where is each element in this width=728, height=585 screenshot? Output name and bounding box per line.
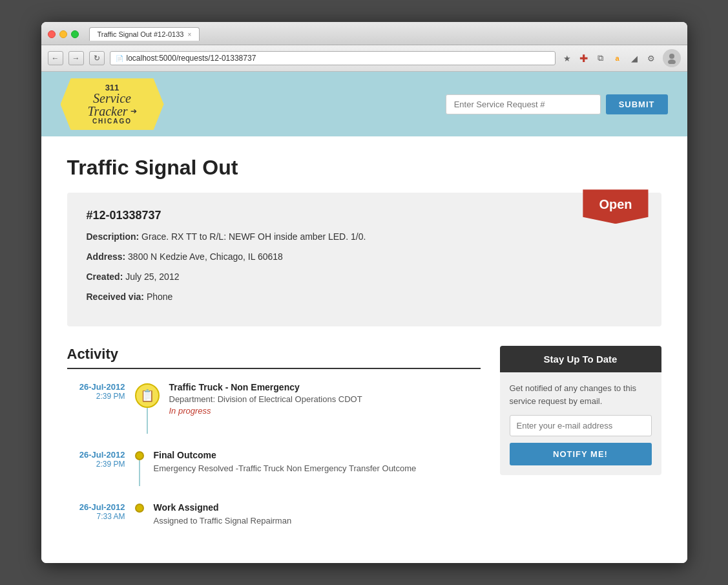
search-submit-button[interactable]: SUBMIT bbox=[606, 94, 668, 114]
timeline-dot bbox=[135, 451, 144, 460]
cursor-button[interactable]: ⧉ bbox=[594, 52, 607, 65]
activity-main: Activity 26-Jul-2012 2:39 PM 📋 bbox=[67, 346, 481, 544]
address-label: Address: bbox=[87, 251, 126, 262]
amazon-button[interactable]: a bbox=[611, 52, 624, 65]
timeline-connector bbox=[135, 450, 144, 486]
timeline-date-time: 2:39 PM bbox=[67, 392, 125, 401]
request-card: Open #12-01338737 Description: Grace. RX… bbox=[67, 193, 661, 326]
created-label: Created: bbox=[87, 271, 123, 282]
pocket-button[interactable]: ◢ bbox=[628, 52, 641, 65]
minimize-window-button[interactable] bbox=[59, 30, 67, 38]
user-avatar[interactable] bbox=[663, 49, 681, 67]
created-value: July 25, 2012 bbox=[125, 271, 179, 282]
request-received: Received via: Phone bbox=[87, 290, 642, 304]
timeline-content: Work Assigned Assigned to Traffic Signal… bbox=[154, 502, 481, 527]
tab-title: Traffic Signal Out #12-0133 bbox=[98, 30, 184, 38]
timeline-connector bbox=[135, 502, 144, 513]
main-content: Traffic Signal Out Open #12-01338737 Des… bbox=[41, 136, 687, 563]
timeline-dot bbox=[135, 504, 144, 513]
address-value: 3800 N Kedzie Ave, Chicago, IL 60618 bbox=[128, 251, 283, 262]
star-button[interactable]: ★ bbox=[561, 52, 574, 65]
back-button[interactable]: ← bbox=[48, 51, 63, 65]
timeline-date-day: 26-Jul-2012 bbox=[67, 450, 125, 460]
description-value: Grace. RX TT to R/L: NEWF OH inside ambe… bbox=[141, 231, 366, 242]
timeline-date: 26-Jul-2012 7:33 AM bbox=[67, 502, 125, 521]
browser-window: Traffic Signal Out #12-0133 × ← → ↻ 📄 lo… bbox=[41, 22, 687, 563]
timeline-icon: 📋 bbox=[135, 383, 160, 408]
page-title: Traffic Signal Out bbox=[67, 156, 661, 180]
timeline-line bbox=[147, 408, 148, 434]
timeline-date-time: 7:33 AM bbox=[67, 512, 125, 521]
notify-submit-button[interactable]: NOTIFY ME! bbox=[510, 443, 652, 465]
timeline-event-status: In progress bbox=[169, 406, 481, 416]
active-tab[interactable]: Traffic Signal Out #12-0133 × bbox=[89, 27, 200, 41]
url-text: localhost:5000/requests/12-01338737 bbox=[127, 54, 256, 63]
add-bookmark-button[interactable]: ✚ bbox=[577, 52, 590, 65]
logo-tracker: Tracker bbox=[87, 105, 127, 118]
timeline-date: 26-Jul-2012 2:39 PM bbox=[67, 382, 125, 401]
address-bar[interactable]: 📄 localhost:5000/requests/12-01338737 bbox=[110, 51, 556, 65]
notify-body: Get notified of any changes to this serv… bbox=[500, 372, 661, 475]
timeline-date-time: 2:39 PM bbox=[67, 460, 125, 469]
timeline-event-dept: Department: Division of Electrical Opera… bbox=[169, 394, 481, 404]
timeline-date-day: 26-Jul-2012 bbox=[67, 382, 125, 392]
timeline-date: 26-Jul-2012 2:39 PM bbox=[67, 450, 125, 469]
site-logo[interactable]: 311 Service Tracker ➔ CHICAGO bbox=[61, 78, 164, 130]
tab-close-button[interactable]: × bbox=[187, 31, 191, 38]
timeline-event-title: Traffic Truck - Non Emergency bbox=[169, 382, 481, 392]
request-description: Description: Grace. RX TT to R/L: NEWF O… bbox=[87, 230, 642, 244]
nav-actions: ★ ✚ ⧉ a ◢ ⚙ bbox=[561, 52, 658, 65]
timeline-content: Final Outcome Emergency Resolved -Traffi… bbox=[154, 450, 481, 475]
svg-point-0 bbox=[669, 54, 674, 59]
notify-box: Stay Up To Date Get notified of any chan… bbox=[500, 346, 661, 475]
description-label: Description: bbox=[87, 231, 140, 242]
timeline-event-title: Work Assigned bbox=[154, 502, 481, 513]
refresh-button[interactable]: ↻ bbox=[89, 51, 105, 65]
activity-sidebar: Stay Up To Date Get notified of any chan… bbox=[500, 346, 661, 544]
timeline-item: 26-Jul-2012 2:39 PM Final Outcome Emerge… bbox=[67, 450, 481, 486]
close-window-button[interactable] bbox=[48, 30, 56, 38]
timeline-event-title: Final Outcome bbox=[154, 450, 481, 460]
request-address: Address: 3800 N Kedzie Ave, Chicago, IL … bbox=[87, 250, 642, 264]
timeline-item: 26-Jul-2012 7:33 AM Work Assigned Assign… bbox=[67, 502, 481, 527]
browser-tabs: Traffic Signal Out #12-0133 × bbox=[89, 27, 200, 41]
logo-arrow-icon: ➔ bbox=[130, 107, 137, 116]
timeline-item: 26-Jul-2012 2:39 PM 📋 Traffic Truck - No… bbox=[67, 382, 481, 434]
notify-email-input[interactable] bbox=[510, 415, 652, 436]
page-content: 311 Service Tracker ➔ CHICAGO SUBMIT Tra… bbox=[41, 72, 687, 563]
received-label: Received via: bbox=[87, 292, 145, 302]
timeline-event-text: Emergency Resolved -Traffic Truck Non Em… bbox=[154, 462, 481, 475]
timeline-date-day: 26-Jul-2012 bbox=[67, 502, 125, 512]
timeline-event-text: Assigned to Traffic Signal Repairman bbox=[154, 515, 481, 527]
logo-chicago: CHICAGO bbox=[92, 118, 132, 125]
browser-titlebar: Traffic Signal Out #12-0133 × bbox=[41, 22, 687, 45]
header-search: SUBMIT bbox=[446, 94, 668, 114]
forward-button[interactable]: → bbox=[68, 51, 84, 65]
request-id: #12-01338737 bbox=[87, 209, 642, 222]
timeline: 26-Jul-2012 2:39 PM 📋 Traffic Truck - No… bbox=[67, 382, 481, 527]
status-badge: Open bbox=[583, 189, 648, 224]
request-created: Created: July 25, 2012 bbox=[87, 270, 642, 284]
notify-description: Get notified of any changes to this serv… bbox=[510, 382, 652, 407]
notify-header: Stay Up To Date bbox=[500, 346, 661, 372]
svg-point-1 bbox=[668, 59, 676, 64]
maximize-window-button[interactable] bbox=[71, 30, 79, 38]
activity-section-title: Activity bbox=[67, 346, 481, 369]
browser-navbar: ← → ↻ 📄 localhost:5000/requests/12-01338… bbox=[41, 45, 687, 72]
timeline-content: Traffic Truck - Non Emergency Department… bbox=[169, 382, 481, 416]
activity-layout: Activity 26-Jul-2012 2:39 PM 📋 bbox=[67, 346, 661, 544]
page-icon: 📄 bbox=[116, 55, 123, 62]
service-request-search[interactable] bbox=[446, 94, 601, 114]
settings-button[interactable]: ⚙ bbox=[645, 52, 658, 65]
site-header: 311 Service Tracker ➔ CHICAGO SUBMIT bbox=[41, 72, 687, 136]
timeline-connector: 📋 bbox=[135, 382, 160, 434]
received-value: Phone bbox=[147, 292, 172, 302]
logo-service: Service bbox=[93, 92, 131, 105]
browser-controls: Traffic Signal Out #12-0133 × bbox=[48, 27, 681, 41]
timeline-line bbox=[139, 460, 140, 486]
